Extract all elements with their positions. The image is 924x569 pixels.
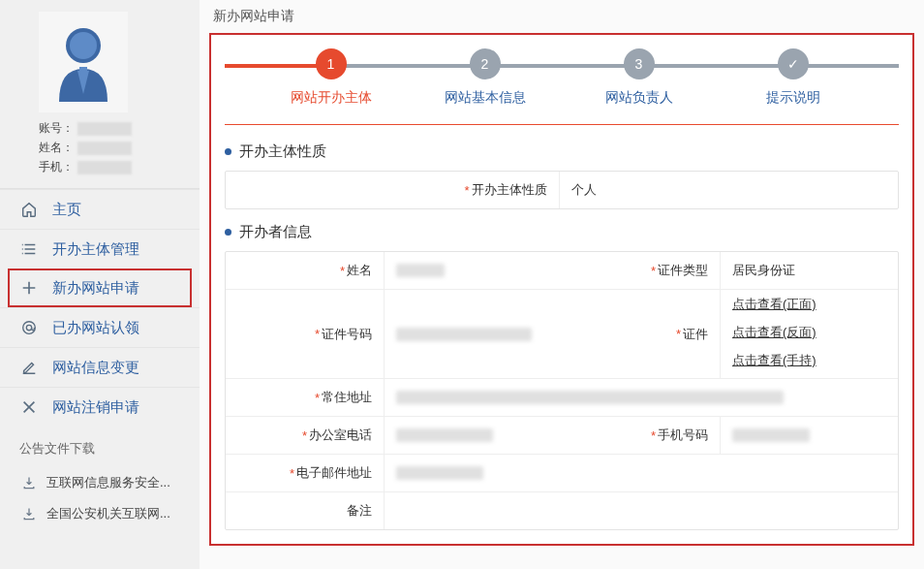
avatar-icon xyxy=(49,22,117,102)
step-1-label: 网站开办主体 xyxy=(254,89,408,107)
section-operator-title: 开办者信息 xyxy=(225,223,899,241)
step-4-label: 提示说明 xyxy=(716,89,870,107)
section-entity-type-title: 开办主体性质 xyxy=(225,142,899,161)
phone-value-redacted xyxy=(77,161,132,174)
name-field-value-redacted xyxy=(396,264,445,277)
download-item-1[interactable]: 互联网信息服务安全... xyxy=(19,467,180,498)
entity-type-value: 个人 xyxy=(571,181,597,199)
remark-value xyxy=(385,492,898,529)
email-value-redacted xyxy=(396,466,483,480)
step-4-circle: ✓ xyxy=(778,48,809,79)
svg-rect-2 xyxy=(79,67,87,73)
avatar xyxy=(39,12,128,112)
entity-type-label: 开办主体性质 xyxy=(472,181,547,199)
nav: 主页 开办主体管理 新办网站申请 已办网站认领 xyxy=(0,188,200,427)
home-icon xyxy=(19,200,39,219)
doc-label: 证件 xyxy=(683,326,708,343)
doc-type-value: 居民身份证 xyxy=(732,262,795,279)
nav-entity-manage[interactable]: 开办主体管理 xyxy=(0,229,200,269)
svg-point-1 xyxy=(70,32,97,59)
office-tel-value-redacted xyxy=(396,428,493,442)
nav-site-cancel-label: 网站注销申请 xyxy=(52,398,139,417)
nav-new-site-apply-label: 新办网站申请 xyxy=(52,279,139,298)
nav-claim-site[interactable]: 已办网站认领 xyxy=(0,307,200,347)
download-item-2[interactable]: 全国公安机关互联网... xyxy=(19,498,180,529)
step-1[interactable]: 1 网站开办主体 xyxy=(254,48,408,107)
mobile-label: 手机号码 xyxy=(658,427,708,444)
download-item-1-label: 互联网信息服务安全... xyxy=(46,474,170,491)
page-title: 新办网站申请 xyxy=(200,0,924,33)
section-entity-type: *开办主体性质 个人 xyxy=(225,171,899,209)
nav-site-cancel[interactable]: 网站注销申请 xyxy=(0,387,200,427)
plus-icon xyxy=(19,278,39,298)
nav-site-change[interactable]: 网站信息变更 xyxy=(0,347,200,387)
download-item-2-label: 全国公安机关互联网... xyxy=(46,505,170,522)
doc-link-hand[interactable]: 点击查看(手持) xyxy=(732,352,816,369)
edit-icon xyxy=(19,358,39,377)
download-icon xyxy=(19,504,39,523)
office-tel-label: 办公室电话 xyxy=(309,427,372,444)
addr-label: 常住地址 xyxy=(322,389,372,406)
doc-link-front[interactable]: 点击查看(正面) xyxy=(732,296,816,313)
doc-no-value-redacted xyxy=(396,328,532,341)
doc-link-back[interactable]: 点击查看(反面) xyxy=(732,324,816,341)
downloads-title: 公告文件下载 xyxy=(19,440,180,458)
mobile-value-redacted xyxy=(732,428,810,442)
svg-point-4 xyxy=(26,325,31,330)
step-4[interactable]: ✓ 提示说明 xyxy=(716,48,870,107)
doc-no-label: 证件号码 xyxy=(322,326,372,343)
profile-block: 账号： 姓名： 手机： xyxy=(0,0,200,188)
step-3[interactable]: 3 网站负责人 xyxy=(562,48,716,107)
sidebar: 账号： 姓名： 手机： 主页 开办主体管理 xyxy=(0,0,200,569)
content-panel: 1 网站开办主体 2 网站基本信息 3 网站负责人 ✓ 提示说明 开办主体性质 xyxy=(209,33,914,546)
step-2[interactable]: 2 网站基本信息 xyxy=(408,48,562,107)
nav-home-label: 主页 xyxy=(52,201,81,219)
download-icon xyxy=(19,473,39,492)
divider-red xyxy=(225,124,899,125)
step-indicator: 1 网站开办主体 2 网站基本信息 3 网站负责人 ✓ 提示说明 xyxy=(225,48,899,107)
step-2-circle: 2 xyxy=(470,48,501,79)
main: 新办网站申请 1 网站开办主体 2 网站基本信息 3 网站负责人 ✓ xyxy=(200,0,924,569)
nav-site-change-label: 网站信息变更 xyxy=(52,359,139,377)
nav-claim-site-label: 已办网站认领 xyxy=(52,319,139,337)
downloads-block: 公告文件下载 互联网信息服务安全... 全国公安机关互联网... xyxy=(0,427,200,543)
account-value-redacted xyxy=(77,122,132,136)
doc-type-label: 证件类型 xyxy=(658,262,708,279)
svg-point-3 xyxy=(23,322,36,334)
addr-value-redacted xyxy=(396,391,784,404)
section-operator-info: *姓名 *证件类型 居民身份证 *证件号码 *证件 点击查看(正面) 点击查看(… xyxy=(225,251,899,530)
nav-home[interactable]: 主页 xyxy=(0,189,200,229)
name-label: 姓名： xyxy=(39,140,74,156)
name-value-redacted xyxy=(77,142,132,155)
step-1-circle: 1 xyxy=(316,48,347,79)
step-3-label: 网站负责人 xyxy=(562,89,716,107)
profile-info: 账号： 姓名： 手机： xyxy=(39,120,186,175)
remark-label: 备注 xyxy=(347,502,372,520)
email-label: 电子邮件地址 xyxy=(296,464,372,482)
nav-entity-manage-label: 开办主体管理 xyxy=(52,240,139,259)
account-label: 账号： xyxy=(39,120,74,137)
phone-label: 手机： xyxy=(39,159,74,175)
nav-new-site-apply[interactable]: 新办网站申请 xyxy=(8,269,192,307)
close-icon xyxy=(19,397,39,417)
list-icon xyxy=(19,239,39,259)
step-2-label: 网站基本信息 xyxy=(408,89,562,107)
name-field-label: 姓名 xyxy=(347,262,372,279)
at-icon xyxy=(19,318,39,337)
step-3-circle: 3 xyxy=(624,48,655,79)
